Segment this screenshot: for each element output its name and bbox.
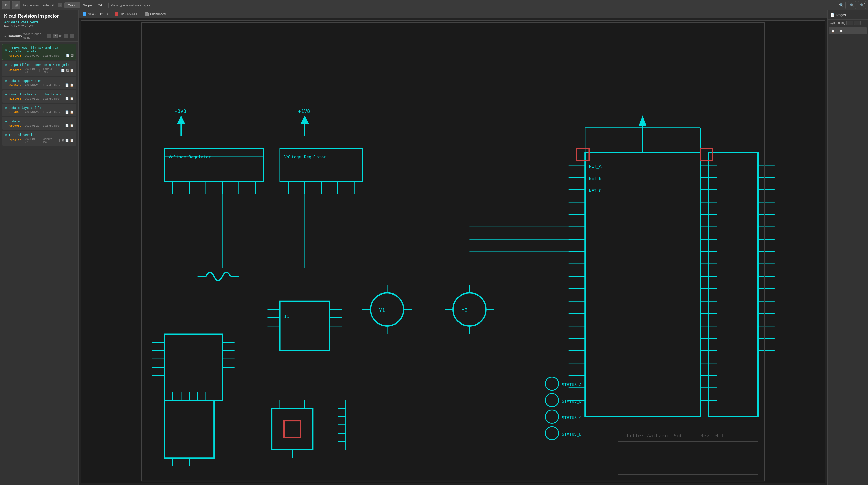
commit-pdf-icon[interactable]: 📄 (65, 97, 69, 101)
commit-item[interactable]: ◈Remove 3Ds, fix 3V3 and 1V8 switched la… (2, 44, 76, 60)
commit-file-icon[interactable]: 📋 (70, 124, 74, 127)
commit-item[interactable]: ◈Initial versionFCD81EF|2021-01-22|Leand… (2, 131, 76, 146)
commit-image-icon[interactable]: 🖼 (66, 69, 69, 72)
commit-date: 2021-01-22 (25, 124, 39, 127)
commit-hash: 0F299EC (9, 124, 21, 127)
commit-pdf-icon[interactable]: 📄 (61, 69, 65, 72)
commit-hash: 06B1FC3 (9, 54, 21, 57)
key-slash-badge[interactable]: / (53, 34, 58, 38)
svg-text:STATUS_A: STATUS_A (562, 382, 582, 387)
cycle-next-button[interactable]: → (854, 21, 861, 25)
commit-image-icon[interactable]: 🖼 (71, 54, 74, 57)
commit-hash: 8438A57 (9, 84, 21, 87)
commit-item[interactable]: ◈Update0F299EC|2021-01-22|Leandro Heck|📄… (2, 117, 76, 130)
zoom-in-button[interactable]: 🔍 (838, 1, 846, 9)
commit-icons: 📄📋 (65, 124, 74, 127)
commit-message: Remove 3Ds, fix 3V3 and 1V8 switched lab… (9, 46, 74, 53)
key-bracket-open-badge[interactable]: [ (63, 34, 68, 38)
legend-unchanged: Unchanged (145, 12, 166, 16)
commit-file-icon[interactable]: 📋 (70, 110, 74, 114)
root-item[interactable]: 📋 Root (829, 27, 867, 34)
cycle-prev-button[interactable]: ← (846, 21, 853, 25)
commit-message: Update (9, 119, 20, 123)
commit-separator3: | (59, 69, 59, 72)
schematic-svg: Title: Aatharot SoC Rev. 0.1 (81, 21, 825, 483)
commit-file-icon[interactable]: 📋 (70, 69, 74, 72)
commit-file-icon[interactable]: 📋 (70, 139, 74, 142)
pages-panel-icon: 📄 (831, 13, 835, 17)
commit-icons: 📄📋 (65, 110, 74, 114)
commit-separator: | (23, 97, 23, 100)
commit-separator2: | (41, 97, 42, 100)
commit-item[interactable]: ◈Update copper areas8438A57|2021-01-23|L… (2, 77, 76, 89)
commit-separator2: | (41, 84, 42, 87)
content-area: New - 06B1FC3 Old - 6526EFE Unchanged Ti… (79, 10, 827, 485)
layout-button[interactable]: ⊞ (12, 1, 20, 9)
commit-date: 2021-01-23 (25, 67, 38, 74)
zoom-reset-button[interactable]: ×🔍 (858, 1, 866, 9)
legend-bar: New - 06B1FC3 Old - 6526EFE Unchanged (79, 10, 827, 18)
view-mode-onion[interactable]: Onion (64, 2, 80, 8)
commit-item[interactable]: ◈Align filled zones on 0.5 mm grid6526EF… (2, 61, 76, 76)
commit-separator: | (23, 124, 23, 127)
legend-old-label: Old - 6526EFE (120, 12, 140, 16)
top-bar: ⚙ ⊞ Toggle view mode with s Onion Swipe … (0, 0, 868, 10)
pages-cycle-row: Cycle using ← → (828, 20, 868, 26)
key-prev-badge[interactable]: + (47, 34, 52, 38)
commit-pdf-icon[interactable]: 📄 (65, 83, 69, 87)
right-panel: 📄 Pages Cycle using ← → 📋 Root (827, 10, 868, 485)
sidebar-header: Kicad Revision Inspector ASSoC Eval Boar… (0, 10, 79, 30)
pages-cycle-label: Cycle using (830, 21, 845, 25)
commit-diff-icon[interactable]: ⊞ (61, 139, 64, 142)
commit-diamond-icon: ◈ (5, 48, 7, 51)
commit-icons: 📄🖼📋 (61, 69, 74, 72)
commit-date: 2021-02-09 (25, 54, 39, 57)
commit-pdf-icon[interactable]: 📄 (65, 110, 69, 114)
commit-icons: 📄📋 (65, 83, 74, 87)
commit-message: Final touches with the labels (9, 92, 62, 96)
commit-file-icon[interactable]: 📋 (70, 97, 74, 101)
legend-unchanged-dot (145, 12, 149, 16)
view-status: View type is not working yet. (111, 3, 836, 7)
commit-author: Leandro Heck (43, 84, 60, 87)
commit-message: Align filled zones on 0.5 mm grid (9, 63, 69, 67)
settings-button[interactable]: ⚙ (2, 1, 10, 9)
zoom-out-button[interactable]: 🔍 (848, 1, 856, 9)
commit-pdf-icon[interactable]: 📄 (65, 124, 69, 127)
commit-separator3: | (62, 111, 63, 114)
commits-icon: ⟁ (4, 34, 6, 38)
commit-author: Leandro Heck (42, 137, 58, 143)
svg-rect-0 (140, 21, 766, 483)
commit-diamond-icon: ◈ (5, 106, 7, 110)
commits-label: Commits (8, 34, 22, 38)
svg-text:STATUS_D: STATUS_D (562, 432, 582, 437)
view-mode-swipe[interactable]: Swipe (80, 2, 95, 8)
commit-file-icon[interactable]: 📋 (70, 83, 74, 87)
svg-text:Y2: Y2 (461, 307, 467, 313)
main-layout: Kicad Revision Inspector ASSoC Eval Boar… (0, 10, 868, 485)
commit-list: ◈Remove 3Ds, fix 3V3 and 1V8 switched la… (0, 42, 79, 148)
svg-text:Y1: Y1 (379, 307, 385, 313)
legend-old-dot (115, 12, 118, 16)
svg-text:Voltage Regulator: Voltage Regulator (169, 154, 211, 160)
commit-separator: | (23, 54, 23, 57)
svg-text:STATUS_C: STATUS_C (562, 415, 582, 420)
commit-pdf-icon[interactable]: 📄 (66, 54, 70, 57)
commit-diamond-icon: ◈ (5, 92, 7, 96)
commit-icons: 📄📋 (65, 97, 74, 101)
view-mode-2up[interactable]: 2-Up (95, 2, 108, 8)
commit-diamond-icon: ◈ (5, 63, 7, 67)
legend-old: Old - 6526EFE (115, 12, 140, 16)
commit-icons: 📄🖼 (66, 54, 74, 57)
commit-separator2: | (40, 139, 40, 142)
commit-separator2: | (39, 69, 40, 72)
or-text: or (59, 34, 62, 38)
svg-text:Rev. 0.1: Rev. 0.1 (700, 433, 724, 439)
toggle-key-badge: s (58, 3, 62, 7)
commit-pdf-icon[interactable]: 📄 (65, 139, 69, 142)
commit-item[interactable]: ◈Update layout fileC704B76|2021-01-22|Le… (2, 104, 76, 116)
schematic-viewer[interactable]: Title: Aatharot SoC Rev. 0.1 (79, 18, 827, 485)
key-bracket-close-badge[interactable]: ] (70, 34, 74, 38)
commit-item[interactable]: ◈Final touches with the labelsB281985|20… (2, 90, 76, 103)
root-item-label: Root (836, 29, 843, 33)
